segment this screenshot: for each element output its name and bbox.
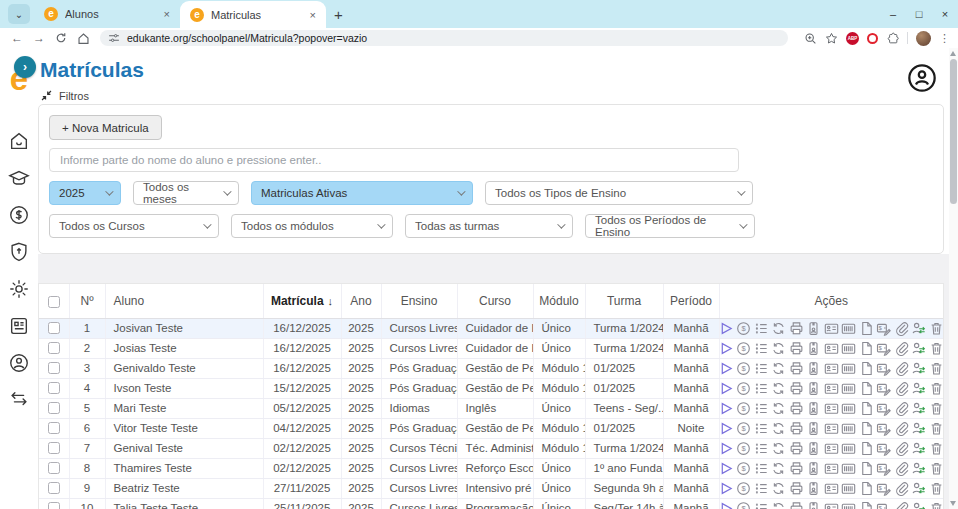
send-icon[interactable] bbox=[719, 501, 734, 509]
delete-trash-icon[interactable] bbox=[929, 421, 943, 436]
profile-avatar[interactable] bbox=[916, 31, 931, 46]
invoice-edit-icon[interactable]: $ bbox=[876, 481, 891, 496]
table-row[interactable]: 1 Josivan Teste 16/12/2025 2025 Cursos L… bbox=[39, 318, 943, 338]
collapse-filters-icon[interactable] bbox=[40, 89, 53, 102]
document-icon[interactable] bbox=[859, 341, 874, 356]
select-all-checkbox[interactable] bbox=[48, 296, 60, 308]
student-search-input[interactable] bbox=[49, 148, 739, 172]
invoice-edit-icon[interactable]: $ bbox=[876, 401, 891, 416]
attachment-paperclip-icon[interactable] bbox=[894, 361, 909, 376]
id-card-icon[interactable] bbox=[824, 361, 839, 376]
delete-trash-icon[interactable] bbox=[929, 461, 943, 476]
payments-icon[interactable]: $ bbox=[736, 481, 751, 496]
barcode-icon[interactable] bbox=[841, 321, 856, 336]
checklist-icon[interactable] bbox=[754, 381, 769, 396]
send-icon[interactable] bbox=[719, 381, 734, 396]
id-card-icon[interactable] bbox=[824, 441, 839, 456]
row-checkbox[interactable] bbox=[48, 462, 60, 474]
id-card-icon[interactable] bbox=[824, 421, 839, 436]
account-circle-icon[interactable] bbox=[906, 62, 938, 94]
student-transfer-icon[interactable] bbox=[911, 341, 926, 356]
payments-icon[interactable]: $ bbox=[736, 321, 751, 336]
delete-trash-icon[interactable] bbox=[929, 341, 943, 356]
table-row[interactable]: 4 Ivson Teste 15/12/2025 2025 Pós Gradua… bbox=[39, 378, 943, 398]
home-icon[interactable] bbox=[72, 31, 94, 44]
payments-icon[interactable]: $ bbox=[736, 421, 751, 436]
invoice-edit-icon[interactable]: $ bbox=[876, 321, 891, 336]
student-transfer-icon[interactable] bbox=[911, 461, 926, 476]
invoice-edit-icon[interactable]: $ bbox=[876, 421, 891, 436]
filter-periods-select[interactable]: Todos os Períodos de Ensino bbox=[585, 214, 755, 238]
row-checkbox[interactable] bbox=[48, 422, 60, 434]
invoice-edit-icon[interactable]: $ bbox=[876, 381, 891, 396]
document-icon[interactable] bbox=[859, 361, 874, 376]
print-icon[interactable] bbox=[789, 341, 804, 356]
sidebar-account-icon[interactable] bbox=[8, 352, 30, 374]
id-card-icon[interactable] bbox=[824, 381, 839, 396]
reload-icon[interactable] bbox=[50, 32, 72, 45]
scrollbar-thumb[interactable] bbox=[950, 59, 957, 204]
checklist-icon[interactable] bbox=[754, 321, 769, 336]
id-card-icon[interactable] bbox=[824, 321, 839, 336]
send-icon[interactable] bbox=[719, 401, 734, 416]
bookmark-star-icon[interactable] bbox=[825, 32, 838, 45]
barcode-icon[interactable] bbox=[841, 421, 856, 436]
table-row[interactable]: 5 Mari Teste 05/12/2025 2025 Idiomas Ing… bbox=[39, 398, 943, 418]
checklist-icon[interactable] bbox=[754, 361, 769, 376]
scroll-up-icon[interactable] bbox=[950, 51, 956, 56]
barcode-icon[interactable] bbox=[841, 481, 856, 496]
attachment-paperclip-icon[interactable] bbox=[894, 381, 909, 396]
attachment-paperclip-icon[interactable] bbox=[894, 481, 909, 496]
delete-trash-icon[interactable] bbox=[929, 481, 943, 496]
checklist-icon[interactable] bbox=[754, 501, 769, 509]
checklist-icon[interactable] bbox=[754, 421, 769, 436]
attachment-paperclip-icon[interactable] bbox=[894, 501, 909, 509]
scroll-down-icon[interactable] bbox=[950, 501, 956, 506]
delete-trash-icon[interactable] bbox=[929, 441, 943, 456]
delete-trash-icon[interactable] bbox=[929, 501, 943, 509]
id-card-icon[interactable] bbox=[824, 341, 839, 356]
browser-tab-alunos[interactable]: e Alunos × bbox=[34, 1, 180, 27]
sidebar-security-icon[interactable] bbox=[8, 241, 30, 263]
payments-icon[interactable]: $ bbox=[736, 361, 751, 376]
row-checkbox[interactable] bbox=[48, 362, 60, 374]
sidebar-expand-toggle[interactable]: › bbox=[14, 56, 36, 78]
document-icon[interactable] bbox=[859, 501, 874, 509]
site-settings-icon[interactable] bbox=[108, 32, 120, 44]
student-transfer-icon[interactable] bbox=[911, 501, 926, 509]
checklist-icon[interactable] bbox=[754, 401, 769, 416]
table-row[interactable]: 10 Talia Teste Teste 25/11/2025 2025 Cur… bbox=[39, 498, 943, 509]
close-window-button[interactable]: × bbox=[932, 0, 958, 28]
barcode-icon[interactable] bbox=[841, 361, 856, 376]
id-card-icon[interactable] bbox=[824, 501, 839, 509]
checklist-icon[interactable] bbox=[754, 461, 769, 476]
barcode-icon[interactable] bbox=[841, 341, 856, 356]
send-icon[interactable] bbox=[719, 361, 734, 376]
badge-icon[interactable] bbox=[806, 461, 821, 476]
badge-icon[interactable] bbox=[806, 321, 821, 336]
checklist-icon[interactable] bbox=[754, 481, 769, 496]
document-icon[interactable] bbox=[859, 321, 874, 336]
row-checkbox[interactable] bbox=[48, 442, 60, 454]
delete-trash-icon[interactable] bbox=[929, 381, 943, 396]
sync-icon[interactable] bbox=[771, 501, 786, 509]
document-icon[interactable] bbox=[859, 461, 874, 476]
attachment-paperclip-icon[interactable] bbox=[894, 321, 909, 336]
adblock-extension-icon[interactable]: ABP bbox=[846, 32, 859, 45]
filter-months-select[interactable]: Todos os meses bbox=[133, 181, 239, 205]
print-icon[interactable] bbox=[789, 441, 804, 456]
payments-icon[interactable]: $ bbox=[736, 441, 751, 456]
browser-menu-icon[interactable]: ⋮ bbox=[939, 32, 950, 45]
send-icon[interactable] bbox=[719, 321, 734, 336]
sidebar-reports-icon[interactable] bbox=[8, 315, 30, 337]
send-icon[interactable] bbox=[719, 441, 734, 456]
id-card-icon[interactable] bbox=[824, 481, 839, 496]
sidebar-settings-gear-icon[interactable] bbox=[8, 278, 30, 300]
student-transfer-icon[interactable] bbox=[911, 361, 926, 376]
sort-desc-icon[interactable]: ↓ bbox=[328, 295, 334, 307]
payments-icon[interactable]: $ bbox=[736, 381, 751, 396]
document-icon[interactable] bbox=[859, 401, 874, 416]
page-scrollbar[interactable] bbox=[949, 48, 958, 509]
badge-icon[interactable] bbox=[806, 501, 821, 509]
badge-icon[interactable] bbox=[806, 381, 821, 396]
